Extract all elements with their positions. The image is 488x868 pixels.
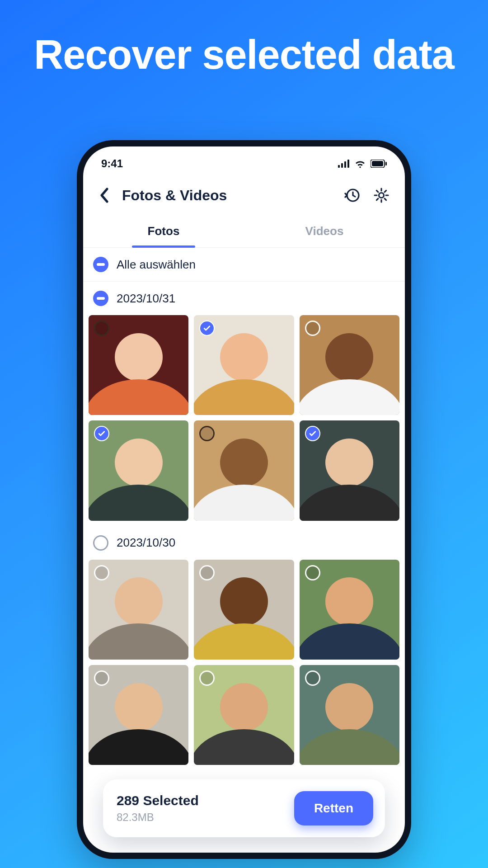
photo-thumbnail[interactable] — [194, 665, 294, 765]
tab-photos[interactable]: Fotos — [83, 214, 244, 247]
history-icon — [344, 187, 361, 203]
phone-screen: 9:41 Fotos & Videos Fotos Videos — [83, 146, 405, 853]
svg-rect-6 — [385, 162, 387, 165]
battery-icon — [371, 160, 387, 168]
gear-icon — [373, 187, 389, 203]
photo-thumbnail[interactable] — [89, 420, 188, 520]
unchecked-circle-icon[interactable] — [94, 321, 109, 336]
action-card: 289 Selected 82.3MB Retten — [103, 779, 385, 837]
select-all-row[interactable]: Alle auswählen — [83, 248, 405, 281]
unchecked-circle-icon[interactable] — [94, 565, 109, 580]
status-time: 9:41 — [101, 157, 123, 170]
unchecked-circle-icon[interactable] — [305, 670, 320, 686]
svg-rect-5 — [372, 161, 383, 166]
photo-thumbnail[interactable] — [89, 665, 188, 765]
svg-point-8 — [379, 193, 384, 198]
photo-grid — [83, 560, 405, 771]
photo-thumbnail[interactable] — [300, 315, 399, 415]
app-header: Fotos & Videos — [83, 176, 405, 214]
svg-rect-2 — [344, 161, 346, 168]
date-group-checkbox[interactable] — [93, 291, 108, 306]
photo-thumbnail[interactable] — [89, 315, 188, 415]
tab-videos[interactable]: Videos — [244, 214, 405, 247]
select-all-label: Alle auswählen — [117, 258, 196, 272]
cellular-icon — [338, 160, 350, 168]
history-button[interactable] — [342, 184, 363, 206]
selection-size: 82.3MB — [117, 811, 285, 824]
select-all-checkbox[interactable] — [93, 257, 108, 272]
svg-rect-1 — [341, 163, 343, 168]
unchecked-circle-icon[interactable] — [305, 565, 320, 580]
status-bar: 9:41 — [83, 151, 405, 176]
date-group-checkbox[interactable] — [93, 535, 108, 551]
photo-thumbnail[interactable] — [300, 560, 399, 660]
content-scroll[interactable]: Alle auswählen 2023/10/312023/10/30 289 … — [83, 248, 405, 853]
promo-title: Recover selected data — [0, 32, 488, 78]
status-icons — [338, 159, 387, 168]
unchecked-circle-icon[interactable] — [199, 565, 215, 580]
recover-button[interactable]: Retten — [294, 791, 373, 826]
svg-rect-0 — [338, 165, 340, 168]
phone-frame: 9:41 Fotos & Videos Fotos Videos — [77, 140, 411, 859]
chevron-left-icon — [99, 188, 109, 203]
date-group-header[interactable]: 2023/10/30 — [83, 526, 405, 560]
selection-count: 289 Selected — [117, 793, 285, 808]
photo-thumbnail[interactable] — [194, 315, 294, 415]
unchecked-circle-icon[interactable] — [305, 321, 320, 336]
settings-button[interactable] — [371, 184, 392, 206]
tab-bar: Fotos Videos — [83, 214, 405, 248]
date-group-header[interactable]: 2023/10/31 — [83, 282, 405, 315]
photo-thumbnail[interactable] — [89, 560, 188, 660]
svg-rect-3 — [347, 160, 349, 168]
unchecked-circle-icon[interactable] — [94, 670, 109, 686]
checkmark-icon[interactable] — [305, 426, 320, 441]
date-group-label: 2023/10/31 — [117, 292, 175, 306]
back-button[interactable] — [93, 184, 115, 206]
photo-thumbnail[interactable] — [300, 420, 399, 520]
photo-thumbnail[interactable] — [194, 420, 294, 520]
date-group-label: 2023/10/30 — [117, 536, 175, 550]
photo-thumbnail[interactable] — [194, 560, 294, 660]
photo-grid — [83, 315, 405, 526]
photo-thumbnail[interactable] — [300, 665, 399, 765]
page-title: Fotos & Videos — [122, 187, 334, 204]
wifi-icon — [354, 159, 366, 168]
